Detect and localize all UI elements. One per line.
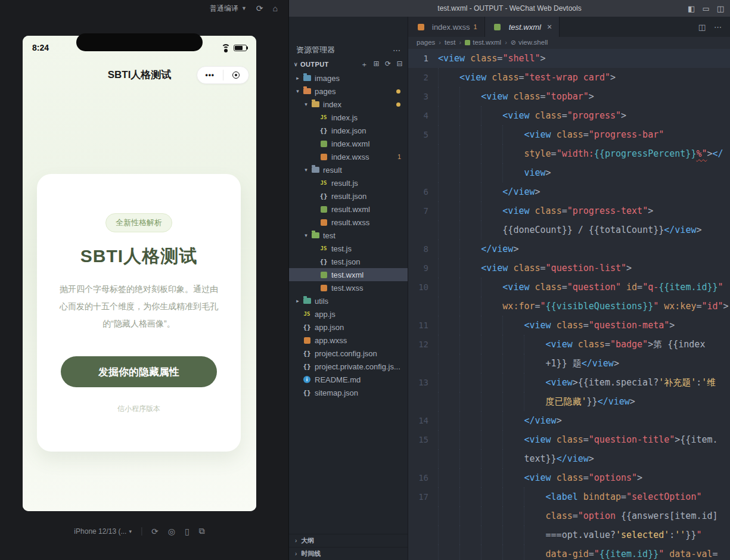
code-row[interactable]: {{doneCount}} / {{totalCount}}</view>	[408, 220, 730, 239]
tree-item-images[interactable]: ▸images	[289, 71, 408, 85]
tree-item-result.json[interactable]: {}result.json	[289, 189, 408, 203]
code-row[interactable]: 17<label bindtap="selectOption"	[408, 487, 730, 506]
breadcrumb-item-test[interactable]: test	[445, 39, 456, 46]
collapse-folders-icon[interactable]: ⊟	[397, 60, 403, 70]
code-row[interactable]: wx:for="{{visibleQuestions}}" wx:key="id…	[408, 297, 730, 316]
code-row[interactable]: 9<view class="question-list">	[408, 259, 730, 278]
new-file-icon[interactable]: ＋	[361, 60, 368, 70]
tree-item-index.wxss[interactable]: index.wxss1	[289, 150, 408, 163]
timeline-section[interactable]: › 时间线	[289, 547, 408, 560]
tree-item-result[interactable]: ▾result	[289, 163, 408, 176]
chevron-down-icon: ▾	[302, 167, 310, 173]
wxml-file-icon	[465, 40, 470, 45]
start-test-button[interactable]: 发掘你的隐藏属性	[61, 356, 217, 387]
split-editor-icon[interactable]: ◫	[698, 23, 706, 32]
code-row[interactable]: 12<view class="badge">第 {{index	[408, 335, 730, 354]
tree-item-test.wxml[interactable]: test.wxml	[289, 268, 408, 281]
tree-item-sitemap.json[interactable]: {}sitemap.json	[289, 386, 408, 399]
tree-item-project.config.json[interactable]: {}project.config.json	[289, 347, 408, 360]
indent-guide	[459, 335, 481, 354]
rotate-refresh-icon[interactable]: ⟳	[151, 527, 159, 536]
tree-item-app.wxss[interactable]: app.wxss	[289, 334, 408, 347]
js-file-icon: JS	[318, 180, 329, 186]
indent-guide	[438, 87, 459, 106]
code-row[interactable]: 5<view class="progress-bar"	[408, 125, 730, 144]
tree-item-project.private.config.js...[interactable]: {}project.private.config.js...	[289, 360, 408, 373]
indent-guide	[502, 468, 524, 487]
tree-item-test.json[interactable]: {}test.json	[289, 255, 408, 268]
tree-item-utils[interactable]: ▸utils	[289, 294, 408, 307]
new-folder-icon[interactable]: ⊞	[374, 60, 380, 70]
code-row[interactable]: class="option {{answers[item.id]	[408, 506, 730, 525]
code-row[interactable]: 7<view class="progress-text">	[408, 201, 730, 220]
indent-guide	[481, 468, 502, 487]
breadcrumb-item-view.shell[interactable]: ⊘view.shell	[511, 39, 548, 46]
tab-index-wxss[interactable]: index.wxss 1	[408, 17, 485, 37]
more-actions-icon[interactable]: ⋯	[393, 46, 400, 55]
tree-item-result.js[interactable]: JSresult.js	[289, 176, 408, 189]
chevron-down-icon: ▾	[302, 101, 310, 107]
tree-item-pages[interactable]: ▾pages	[289, 85, 408, 98]
tree-item-index[interactable]: ▾index	[289, 98, 408, 111]
tree-item-result.wxss[interactable]: result.wxss	[289, 216, 408, 229]
code-row[interactable]: ===opt.value?'selected':''}}"	[408, 525, 730, 545]
breadcrumb-item-pages[interactable]: pages	[417, 39, 435, 46]
tab-label: test.wxml	[509, 23, 541, 32]
tab-test-wxml[interactable]: test.wxml ×	[485, 17, 560, 37]
home-icon[interactable]: ⌂	[273, 4, 278, 13]
chevron-down-icon: ▾	[302, 232, 310, 238]
minimize-close-button[interactable]	[223, 67, 249, 83]
tree-item-test.wxss[interactable]: test.wxss	[289, 281, 408, 294]
code-row[interactable]: data-gid="{{item.id}}" data-val=	[408, 545, 730, 560]
record-icon[interactable]: ◎	[168, 527, 175, 536]
breadcrumb-item-test.wxml[interactable]: test.wxml	[465, 39, 501, 46]
float-window-icon[interactable]: ⧉	[199, 526, 205, 536]
tree-item-index.wxml[interactable]: index.wxml	[289, 137, 408, 150]
tree-item-app.json[interactable]: {}app.json	[289, 321, 408, 334]
code-row[interactable]: 3<view class="topbar">	[408, 87, 730, 106]
code-row[interactable]: 16<view class="options">	[408, 468, 730, 487]
outline-section[interactable]: › 大纲	[289, 534, 408, 547]
code-row[interactable]: 10<view class="question" id="q-{{item.id…	[408, 278, 730, 297]
code-row[interactable]: view>	[408, 163, 730, 182]
compile-mode-dropdown[interactable]: 普通编译 ▼	[210, 4, 247, 14]
code-row[interactable]: style="width:{{progressPercent}}%"></	[408, 144, 730, 163]
toggle-simulator-icon[interactable]: ◧	[688, 4, 695, 13]
code-row[interactable]: 6</view>	[408, 182, 730, 201]
code-row[interactable]: 8</view>	[408, 239, 730, 259]
code-row[interactable]: 13<view>{{item.special?'补充题':'维	[408, 373, 730, 392]
tree-item-index.json[interactable]: {}index.json	[289, 124, 408, 137]
tree-item-test.js[interactable]: JStest.js	[289, 242, 408, 255]
device-frame-icon[interactable]: ▯	[185, 527, 190, 536]
more-actions-icon[interactable]: ⋯	[714, 23, 722, 32]
tree-item-README.md[interactable]: iREADME.md	[289, 373, 408, 386]
line-number	[408, 545, 438, 560]
code-row[interactable]: text}}</view>	[408, 449, 730, 468]
tree-item-test[interactable]: ▾test	[289, 229, 408, 242]
code-line-text: <view class="badge">第 {{index	[438, 335, 730, 354]
code-row[interactable]: 14</view>	[408, 411, 730, 430]
device-selector[interactable]: iPhone 12/13 (... ▾	[74, 527, 132, 536]
toggle-debugger-icon[interactable]: ◫	[717, 4, 724, 13]
indent-guide	[438, 220, 459, 239]
line-number	[408, 525, 438, 545]
code-row[interactable]: 11<view class="question-meta">	[408, 316, 730, 335]
code-row[interactable]: +1}} 题</view>	[408, 354, 730, 373]
tree-item-index.js[interactable]: JSindex.js	[289, 111, 408, 124]
simulator-pane: 普通编译 ▼ ⟳ ⌂ 8:24 SBTI人格测试 •••	[0, 0, 289, 560]
refresh-explorer-icon[interactable]: ⟳	[385, 60, 391, 70]
indent-guide	[481, 297, 502, 316]
tree-item-app.js[interactable]: JSapp.js	[289, 307, 408, 321]
indent-guide	[524, 373, 545, 392]
code-row[interactable]: 度已隐藏'}}</view>	[408, 392, 730, 411]
refresh-icon[interactable]: ⟳	[256, 4, 263, 13]
tree-item-result.wxml[interactable]: result.wxml	[289, 203, 408, 216]
explorer-section-output[interactable]: ∨ OUTPUT ＋ ⊞ ⟳ ⊟	[289, 57, 408, 71]
close-icon[interactable]: ×	[547, 23, 552, 31]
toggle-editor-icon[interactable]: ▭	[702, 4, 709, 13]
code-row[interactable]: 15<view class="question-title">{{item.	[408, 430, 730, 449]
code-row[interactable]: 4<view class="progress">	[408, 106, 730, 125]
code-row[interactable]: 1<view class="shell">	[408, 49, 730, 68]
code-row[interactable]: 2<view class="test-wrap card">	[408, 68, 730, 87]
more-menu-button[interactable]: •••	[197, 67, 223, 83]
